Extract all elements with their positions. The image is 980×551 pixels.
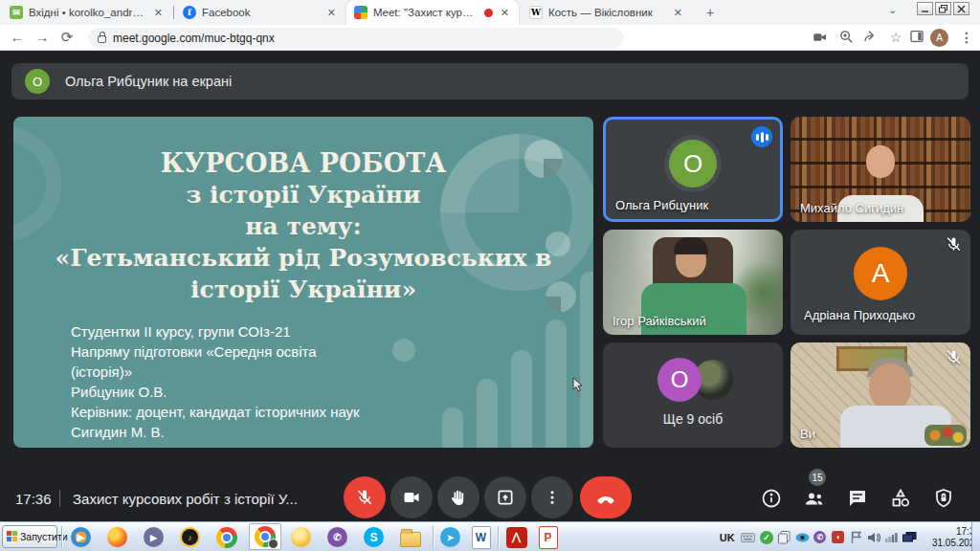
mic-off-icon [355,488,374,507]
tab-meet-active[interactable]: Meet: "Захист курсових роб ✕ [346,0,519,25]
more-options-button[interactable] [531,476,573,518]
participant-tile-myhailo[interactable]: Михайло Сигидин [791,117,970,222]
telegram-icon[interactable]: ➤ [438,525,462,549]
browser-toolbar: ← → ⟳ meet.google.com/muc-btgq-qnx ☆ A ⋮ [0,25,980,51]
tab-facebook[interactable]: f Facebook ✕ [175,0,345,25]
url-text: meet.google.com/muc-btgq-qnx [113,32,275,45]
powerpoint-icon[interactable]: P [536,525,560,549]
firefox-icon[interactable] [105,525,129,549]
browser-menu-icon[interactable]: ⋮ [957,29,976,47]
meeting-title: Захист курсових робіт з історії У... [73,491,298,507]
participant-tile-olga[interactable]: О Ольга Рибцуник [603,117,783,222]
decor-bar [546,320,567,448]
viber-tray-icon[interactable]: ✆ [813,529,829,545]
eye-tray-icon[interactable] [794,529,811,545]
side-panel-icon[interactable] [909,29,928,47]
participant-avatar: О [657,358,702,402]
tab-ukrnet-mail[interactable]: ✉ Вхідні • korolko_andr@ukr.net ✕ [2,0,172,25]
viber-icon[interactable]: ✆ [325,525,349,549]
show-people-button[interactable] [803,487,826,510]
word-icon[interactable]: W [469,525,493,549]
share-icon[interactable] [862,29,881,47]
skype-icon[interactable]: S [362,525,386,549]
aimp-icon[interactable]: ♪ [178,525,202,549]
lock-icon [98,35,106,43]
present-icon [496,488,515,507]
media-player-icon[interactable]: ▶ [69,525,93,549]
restore-button[interactable] [935,2,951,15]
meet-icon [354,6,368,19]
mic-off-icon [945,235,963,253]
profile-avatar[interactable]: A [930,29,948,47]
network-tray-icon[interactable] [884,529,901,545]
taskbar-divider [61,526,63,548]
windows-taskbar: Запустити ▶ ▶ ♪ ✆ S ➤ W ⋀ P UK ✓ ✆ ◖ [0,521,980,551]
language-indicator[interactable]: UK [716,532,739,543]
call-end-icon [594,486,617,509]
acrobat-reader-icon[interactable]: ⋀ [504,525,528,549]
participant-tile-ihor[interactable]: Ігор Райківський [603,230,783,335]
close-tab-icon[interactable]: ✕ [152,6,165,20]
activities-button[interactable] [889,487,912,510]
minimize-button[interactable] [917,2,933,15]
participant-tile-overflow[interactable]: О Ще 9 осіб [603,342,783,448]
participant-tile-you[interactable]: Ви [791,342,970,448]
tab-title: Кость — Вікісловник [548,7,666,18]
kmplayer-icon[interactable]: ▶ [142,525,166,549]
meet-page: О Ольга Рибцуник на екрані КУРСОВА РОБОТ… [0,51,980,521]
close-tab-icon[interactable]: ✕ [672,6,684,20]
camera-in-use-icon[interactable] [812,29,831,47]
bookmark-star-icon[interactable]: ☆ [886,29,905,47]
participant-count-badge: 15 [809,469,826,486]
guard-tray-icon[interactable]: ◖ [830,529,846,545]
flag-tray-icon[interactable] [848,529,864,545]
zoom-icon[interactable] [838,29,858,47]
address-bar[interactable]: meet.google.com/muc-btgq-qnx [88,28,624,48]
antivirus-ok-icon[interactable]: ✓ [758,529,774,545]
chrome-canary-icon[interactable] [289,525,313,549]
chrome-active-task[interactable] [249,523,281,550]
new-tab-button[interactable]: + [702,4,719,21]
chrome-icon[interactable] [214,525,238,549]
slide-title: КУРСОВА РОБОТА з історії України на тему… [13,147,593,305]
camera-button[interactable] [390,476,433,518]
reload-button[interactable]: ⟳ [56,25,78,50]
facebook-icon: f [183,6,196,19]
slide-body-text: Студентки II курсу, групи СОІз-21 Напрям… [71,321,492,442]
presenter-avatar: О [25,69,50,94]
host-controls-button[interactable] [932,487,955,510]
close-tab-icon[interactable]: ✕ [325,6,338,20]
close-window-button[interactable] [953,2,969,15]
leave-call-button[interactable] [580,476,632,518]
more-people-label: Ще 9 осіб [603,411,783,427]
tab-wiktionary[interactable]: W Кость — Вікісловник ✕ [522,0,692,25]
shared-screen-slide[interactable]: КУРСОВА РОБОТА з історії України на тему… [13,117,593,448]
present-screen-button[interactable] [484,476,526,518]
show-desktop-button[interactable] [971,522,980,551]
camera-icon [402,488,421,507]
close-tab-icon[interactable]: ✕ [499,6,511,20]
chat-icon [846,487,869,510]
participant-name: Ігор Райківський [612,314,706,328]
forward-button[interactable]: → [31,25,54,50]
start-button[interactable]: Запустити [2,525,57,548]
audio-activity-icon [751,126,772,147]
tab-search-chevron-icon[interactable]: ⌄ [888,4,897,16]
raise-hand-button[interactable] [437,476,479,518]
task-badge-icon [268,539,278,549]
clipboard-tray-icon[interactable] [776,529,792,545]
back-button[interactable]: ← [6,25,29,50]
volume-tray-icon[interactable] [866,529,882,545]
browser-tab-strip: ✉ Вхідні • korolko_andr@ukr.net ✕ f Face… [0,0,980,25]
keyboard-layout-icon[interactable] [741,529,757,545]
recording-dot-icon [484,9,493,17]
shield-lock-icon [932,487,955,510]
file-explorer-icon[interactable] [398,525,422,549]
participant-tile-adriana[interactable]: А Адріана Приходько [791,230,970,335]
activities-icon [889,487,912,510]
tab-title: Meet: "Захист курсових роб [373,7,479,18]
display-tray-icon[interactable] [902,529,918,545]
meeting-details-button[interactable] [760,487,783,510]
mic-mute-button[interactable] [344,476,386,518]
chat-button[interactable] [846,487,869,510]
